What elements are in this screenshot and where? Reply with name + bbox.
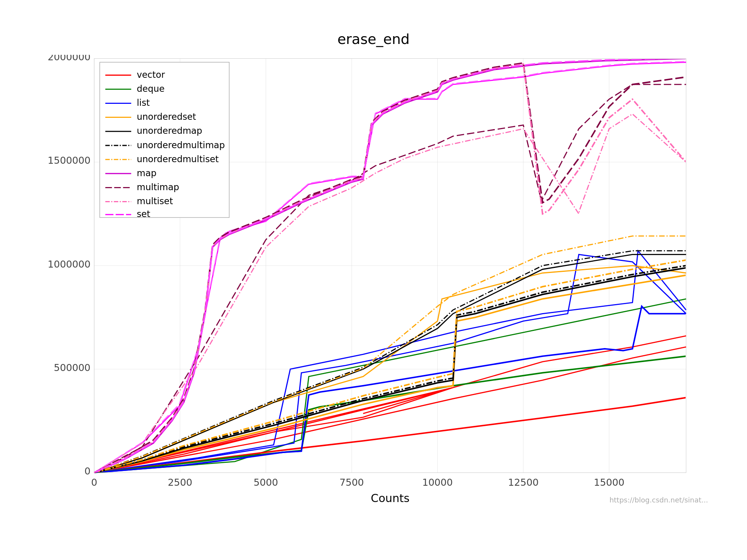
chart-area: 0 500000 1000000 1500000 2000000 0 2500 … <box>35 55 712 506</box>
chart-container: erase_end 0 500000 1000000 <box>19 16 728 544</box>
data-lines-svg <box>35 55 712 506</box>
chart-title: erase_end <box>35 31 712 47</box>
watermark: https://blog.csdn.net/sinat... <box>609 496 708 504</box>
